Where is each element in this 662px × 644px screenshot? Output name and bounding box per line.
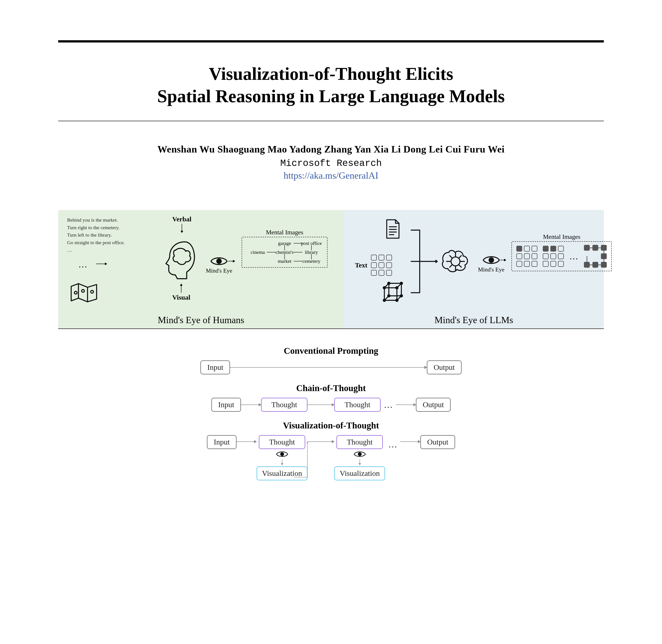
arrow-right-icon (400, 441, 420, 442)
verbal-label-group: Verbal (172, 215, 192, 233)
arrow-down-icon (282, 459, 282, 465)
arrow-right-icon (396, 405, 416, 405)
thought-node: Thought (336, 435, 383, 449)
arrow-right-icon (307, 405, 334, 405)
verbal-instructions: Behind you is the market. Turn right to … (67, 217, 125, 254)
svg-point-3 (217, 259, 221, 263)
eye-icon (353, 450, 366, 458)
cube-icon (382, 281, 404, 305)
conventional-title: Conventional Prompting (284, 345, 378, 356)
document-icon (384, 219, 402, 240)
svg-point-2 (91, 291, 93, 293)
ellipsis-dots: … (384, 399, 393, 410)
svg-point-20 (388, 295, 390, 297)
svg-point-33 (489, 258, 493, 262)
state-grid-1 (516, 246, 537, 267)
eye-icon (210, 256, 228, 267)
svg-point-17 (396, 299, 398, 301)
map-icon (69, 281, 98, 305)
panel-caption-humans: Mind's Eye of Humans (158, 315, 244, 325)
eye-icon (276, 450, 288, 458)
mental-images-llm: Mental Images … (511, 241, 612, 271)
output-node: Output (420, 435, 455, 449)
mental-images-label: Mental Images (266, 229, 303, 236)
ai-brain-icon (440, 248, 471, 276)
output-node: Output (427, 361, 461, 374)
arrow-right-icon (228, 261, 235, 261)
text-label: Text (355, 261, 367, 269)
svg-point-15 (396, 287, 398, 289)
visual-label: Visual (172, 294, 191, 301)
vot-step-2: Thought Visualization (334, 435, 385, 480)
state-grid-final (584, 245, 607, 268)
svg-point-34 (281, 453, 284, 456)
minds-eye-llm: Mind's Eye (478, 255, 504, 273)
verbal-label: Verbal (172, 215, 192, 223)
author-list: Wenshan Wu Shaoguang Mao Yadong Zhang Ya… (58, 143, 604, 155)
text-input-group: Text (355, 255, 392, 276)
svg-line-29 (450, 256, 453, 258)
panel-humans: Behind you is the market. Turn right to … (58, 210, 344, 328)
top-rule (58, 40, 604, 43)
svg-point-16 (383, 299, 385, 301)
arrow-right-icon (237, 441, 257, 442)
instr-3: Go straight to the post office. (67, 239, 125, 246)
visualization-node: Visualization (334, 466, 385, 480)
thought-node: Thought (334, 398, 380, 412)
cot-title: Chain-of-Thought (296, 383, 366, 393)
panel-caption-llms: Mind's Eye of LLMs (435, 315, 513, 325)
vot-title: Visualization-of-Thought (283, 420, 379, 431)
svg-line-31 (450, 264, 453, 267)
svg-point-14 (383, 287, 385, 289)
map-cell: cinema (246, 249, 269, 255)
input-node: Input (207, 435, 237, 449)
input-node: Input (200, 361, 230, 374)
feedback-line (294, 441, 321, 479)
conventional-chain: Input Output (200, 361, 461, 374)
svg-line-32 (459, 264, 461, 267)
arrow-down-icon (182, 224, 182, 233)
arrow-right-icon (96, 263, 107, 264)
svg-marker-23 (435, 260, 438, 263)
arrow-right-icon (230, 367, 427, 368)
output-node: Output (416, 398, 450, 412)
instr-0: Behind you is the market. (67, 217, 125, 223)
project-link[interactable]: https://aka.ms/GeneralAI (58, 170, 604, 181)
title-line-1: Visualization-of-Thought Elicits (58, 63, 604, 85)
state-grid-2 (543, 246, 564, 267)
mental-images-human: Mental Images garage post office cinema … (242, 237, 328, 268)
instr-1: Turn right to the cemetery. (67, 224, 125, 231)
instr-4: … (67, 247, 125, 254)
svg-marker-35 (307, 441, 308, 443)
vot-chain: Input Thought Visualization Thought V (207, 435, 455, 480)
panel-llms: Text (344, 210, 604, 328)
ellipsis-dots: … (569, 251, 578, 262)
mental-map-grid: garage post office cinema chemist's libr… (246, 240, 323, 264)
mental-images-label: Mental Images (543, 233, 580, 240)
thought-node: Thought (261, 398, 307, 412)
title-rule (58, 121, 604, 121)
affiliation: Microsoft Research (58, 158, 604, 169)
svg-point-21 (400, 295, 402, 297)
visual-label-group: Visual (172, 284, 191, 301)
map-cell: cemetery (300, 258, 323, 264)
paper-title: Visualization-of-Thought Elicits Spatial… (58, 63, 604, 107)
prompting-diagrams: Conventional Prompting Input Output Chai… (58, 340, 604, 480)
minds-eye-human: Mind's Eye (206, 256, 232, 274)
eye-icon (482, 255, 500, 266)
ellipsis-dots: … (388, 439, 397, 450)
merge-bracket (411, 226, 438, 298)
figure-panels: Behind you is the market. Turn right to … (58, 210, 604, 329)
svg-point-36 (358, 453, 361, 456)
svg-point-0 (74, 291, 77, 294)
svg-point-1 (82, 290, 84, 292)
grid-icon (371, 255, 392, 276)
ellipsis-dots: … (78, 259, 88, 270)
brain-head-icon (161, 239, 199, 282)
minds-eye-label: Mind's Eye (206, 268, 232, 274)
instr-2: Turn left to the library. (67, 232, 125, 238)
minds-eye-label: Mind's Eye (478, 266, 504, 273)
arrow-up-icon (181, 284, 181, 293)
cot-chain: Input Thought Thought … Output (212, 398, 450, 412)
map-cell: market (273, 258, 296, 264)
